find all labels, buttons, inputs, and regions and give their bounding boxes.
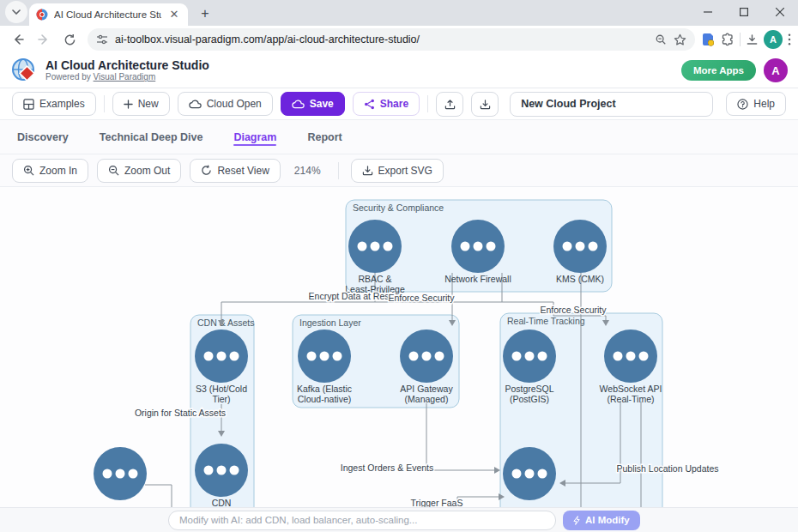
- url-field[interactable]: ai-toolbox.visual-paradigm.com/app/ai-cl…: [88, 28, 695, 51]
- tab-discovery[interactable]: Discovery: [17, 120, 69, 154]
- node-dot: [461, 242, 470, 251]
- node-dot: [525, 469, 535, 479]
- node-dot: [589, 242, 598, 251]
- app-user-avatar[interactable]: A: [764, 58, 788, 82]
- divider: [338, 162, 339, 179]
- node-dot: [487, 242, 496, 251]
- node-kms[interactable]: KMS (CMK): [553, 220, 607, 284]
- save-button[interactable]: Save: [281, 92, 345, 116]
- browser-tab[interactable]: AI Cloud Architecture Studio ✕: [29, 3, 188, 26]
- node-dot: [614, 352, 623, 361]
- zoom-toolbar: Zoom In Zoom Out Reset View 214% Export …: [0, 154, 798, 187]
- zoom-indicator-icon[interactable]: [655, 33, 667, 45]
- node-dot: [230, 466, 239, 475]
- ai-modify-button[interactable]: AI Modify: [563, 511, 640, 530]
- edge-label-0: Encrypt Data at Rest: [309, 291, 392, 301]
- node-dot: [512, 352, 522, 361]
- lens-icon[interactable]: [702, 33, 716, 46]
- group-label-realtime: Real-Time Tracking: [507, 316, 585, 326]
- help-button[interactable]: Help: [726, 92, 786, 116]
- node-faas[interactable]: [503, 447, 556, 500]
- forward-icon[interactable]: [33, 28, 55, 51]
- more-apps-button[interactable]: More Apps: [681, 60, 756, 81]
- zoom-in-label: Zoom In: [39, 165, 77, 177]
- downloads-icon[interactable]: [746, 33, 759, 46]
- node-label-apigw: API Gateway(Managed): [400, 384, 453, 404]
- new-tab-button[interactable]: +: [195, 6, 215, 21]
- refresh-icon[interactable]: [58, 28, 81, 51]
- node-apigw[interactable]: API Gateway(Managed): [400, 329, 453, 404]
- export-svg-button[interactable]: Export SVG: [351, 159, 444, 183]
- window-controls: [690, 0, 798, 24]
- edge-6: [426, 403, 494, 470]
- zoom-in-button[interactable]: Zoom In: [12, 159, 88, 183]
- tab-close-icon[interactable]: ✕: [167, 8, 181, 21]
- node-label-kms: KMS (CMK): [556, 274, 604, 284]
- reset-view-icon: [201, 165, 212, 176]
- edge-label-4: Ingest Orders & Events: [341, 462, 434, 473]
- node-dot: [639, 352, 649, 361]
- minimize-icon[interactable]: [690, 0, 726, 24]
- group-label-security: Security & Compliance: [353, 203, 444, 213]
- project-name-input[interactable]: [510, 92, 713, 117]
- download-icon: [480, 99, 491, 110]
- browser-profile-avatar[interactable]: A: [764, 30, 783, 49]
- app-header: AI Cloud Architecture Studio Powered by …: [0, 53, 798, 88]
- tab-diagram[interactable]: Diagram: [233, 120, 276, 154]
- divider: [104, 95, 105, 112]
- edge-label-1: Enforce Security: [388, 293, 455, 303]
- site-settings-icon[interactable]: [96, 33, 108, 45]
- cloud-open-button[interactable]: Cloud Open: [178, 92, 273, 116]
- divider: [740, 33, 741, 46]
- examples-button[interactable]: Examples: [12, 92, 96, 116]
- node-dot: [626, 352, 636, 361]
- cloud-open-label: Cloud Open: [207, 98, 262, 110]
- reset-view-button[interactable]: Reset View: [190, 159, 280, 183]
- node-kafka[interactable]: Kafka (ElasticCloud-native): [297, 329, 352, 404]
- download-button[interactable]: [471, 92, 499, 117]
- share-icon: [364, 99, 375, 110]
- zoom-out-label: Zoom Out: [124, 165, 170, 177]
- node-dot: [371, 242, 380, 251]
- tab-title: AI Cloud Architecture Studio: [54, 9, 161, 20]
- cloud-icon: [189, 100, 202, 109]
- node-client[interactable]: [94, 447, 147, 500]
- group-label-cdn-assets: CDN & Assets: [197, 317, 255, 328]
- node-dot: [538, 469, 547, 479]
- bookmark-star-icon[interactable]: [674, 33, 686, 46]
- extensions-puzzle-icon[interactable]: [721, 33, 735, 46]
- ai-prompt-input[interactable]: [168, 511, 556, 530]
- powered-by-prefix: Powered by: [45, 72, 94, 82]
- node-s3[interactable]: S3 (Hot/ColdTier): [195, 329, 248, 404]
- close-window-icon[interactable]: [762, 0, 798, 24]
- node-dot: [512, 469, 522, 479]
- share-label: Share: [380, 98, 408, 110]
- tab-technical-deep-dive[interactable]: Technical Deep Dive: [100, 120, 203, 154]
- examples-grid-icon: [23, 99, 34, 110]
- visual-paradigm-link[interactable]: Visual Paradigm: [94, 72, 156, 82]
- tab-search-chevron-icon[interactable]: [5, 1, 27, 23]
- kebab-menu-icon[interactable]: [788, 33, 791, 45]
- edge-label-6: Publish Location Updates: [616, 463, 718, 474]
- export-svg-label: Export SVG: [378, 165, 432, 177]
- node-dot: [422, 352, 432, 361]
- help-label: Help: [753, 98, 775, 110]
- chrome-actions: A: [702, 30, 791, 49]
- divider: [427, 95, 428, 112]
- node-label-websocket: WebSocket API(Real-Time): [600, 384, 662, 404]
- node-label-kafka: Kafka (ElasticCloud-native): [297, 384, 352, 404]
- zoom-in-icon: [23, 165, 34, 176]
- node-postgres[interactable]: PostgreSQL(PostGIS): [503, 329, 556, 404]
- zoom-out-button[interactable]: Zoom Out: [97, 159, 181, 183]
- new-button[interactable]: New: [112, 92, 170, 116]
- url-text[interactable]: ai-toolbox.visual-paradigm.com/app/ai-cl…: [115, 33, 648, 45]
- node-dot: [435, 352, 444, 361]
- import-button[interactable]: [436, 92, 463, 117]
- maximize-icon[interactable]: [726, 0, 762, 24]
- diagram-canvas[interactable]: Security & ComplianceCDN & AssetsIngesti…: [0, 187, 798, 532]
- tab-report[interactable]: Report: [307, 120, 342, 154]
- edge-label-2: Enforce Security: [540, 305, 607, 315]
- back-icon[interactable]: [7, 28, 29, 51]
- edge-arrowhead: [494, 467, 500, 474]
- share-button[interactable]: Share: [353, 92, 420, 116]
